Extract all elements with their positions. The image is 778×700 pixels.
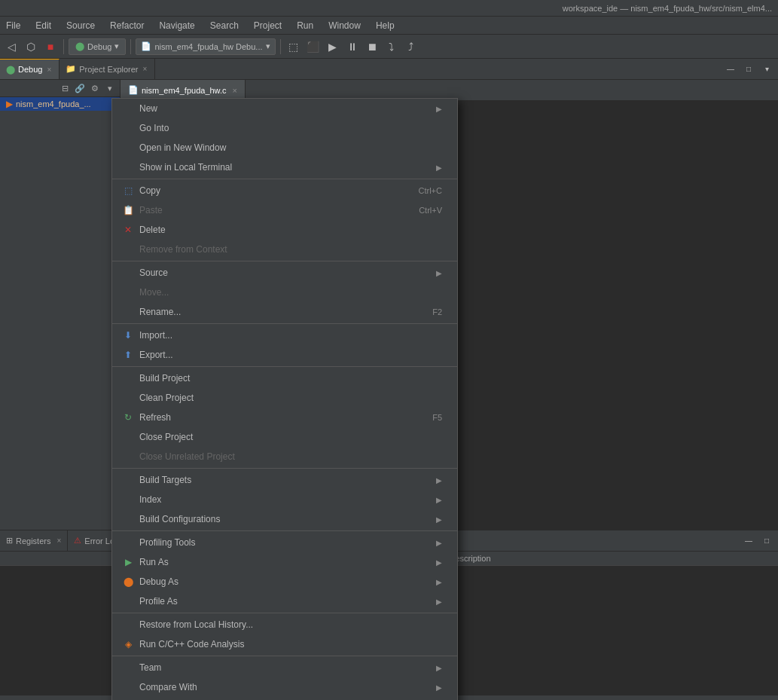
menu-edit[interactable]: Edit (32, 20, 54, 32)
ctx-debug-as[interactable]: ⬤ Debug As (112, 572, 457, 591)
tab-project-explorer[interactable]: 📁 Project Explorer × (59, 59, 155, 79)
ctx-go-into[interactable]: Go Into (112, 118, 457, 138)
panel-minimize-btn[interactable]: — (722, 61, 739, 78)
toolbar-icon-5[interactable]: ⏹ (364, 38, 380, 55)
ctx-sep-8 (112, 656, 457, 656)
ctx-profile-as[interactable]: Profile As (112, 591, 457, 611)
registers-close[interactable]: × (56, 536, 61, 545)
menu-help[interactable]: Help (373, 20, 398, 32)
bottom-minimize-btn[interactable]: — (740, 533, 757, 549)
tab-debug[interactable]: ⬤ Debug × (0, 59, 59, 79)
ctx-copy[interactable]: ⬚ Copy Ctrl+C (112, 181, 457, 200)
ctx-profiling-tools[interactable]: Profiling Tools (112, 533, 457, 552)
toolbar-icon-7[interactable]: ⤴ (403, 38, 420, 55)
ctx-clean-project[interactable]: Clean Project (112, 388, 457, 408)
debug-tab-close[interactable]: × (45, 66, 53, 74)
project-tab-icon: 📁 (66, 64, 76, 74)
toolbar-icon-4[interactable]: ⏸ (344, 38, 361, 55)
menu-navigate[interactable]: Navigate (156, 20, 197, 32)
pe-link-btn[interactable]: 🔗 (73, 81, 87, 95)
project-tab-close[interactable]: × (142, 65, 149, 73)
remove-context-icon (121, 243, 135, 256)
bottom-panel-controls: — □ (740, 530, 778, 551)
new-submenu-arrow (436, 105, 442, 113)
ctx-restore-history[interactable]: Restore from Local History... (112, 615, 457, 634)
toolbar-icon-2[interactable]: ⬛ (305, 38, 322, 55)
debug-tab-icon: ⬤ (6, 65, 15, 75)
ctx-validate[interactable]: ☑ Validate (112, 697, 457, 700)
ctx-show-local-terminal[interactable]: Show in Local Terminal (112, 157, 457, 177)
ctx-new[interactable]: New (112, 99, 457, 118)
ctx-export[interactable]: ⬆ Export... (112, 345, 457, 365)
compare-with-submenu-arrow (436, 683, 442, 692)
ctx-open-new-window[interactable]: Open in New Window (112, 138, 457, 157)
bottom-maximize-btn[interactable]: □ (758, 533, 775, 549)
ctx-delete-label: Delete (139, 225, 442, 235)
ctx-team[interactable]: Team (112, 658, 457, 677)
pe-settings-btn[interactable]: ⚙ (88, 81, 102, 95)
debug-config-dropdown[interactable]: ⬤ Debug ▾ (69, 38, 126, 55)
ctx-build-project[interactable]: Build Project (112, 368, 457, 388)
editor-tab-main[interactable]: 📄 nism_em4_fpuda_hw.c × (121, 80, 246, 100)
ctx-close-unrelated-label: Close Unrelated Project (139, 451, 442, 462)
run-as-icon: ▶ (121, 555, 135, 569)
ctx-build-targets[interactable]: Build Targets (112, 470, 457, 490)
ctx-build-project-label: Build Project (139, 373, 442, 384)
pe-menu-btn[interactable]: ▾ (103, 81, 117, 95)
bottom-tab-registers[interactable]: ⊞ Registers × (0, 530, 68, 551)
menu-file[interactable]: File (3, 20, 23, 32)
menu-project[interactable]: Project (251, 20, 285, 32)
ctx-delete[interactable]: ✕ Delete (112, 220, 457, 240)
ctx-close-project[interactable]: Close Project (112, 427, 457, 447)
project-tree-item[interactable]: ▶ nism_em4_fpuda_... (0, 97, 120, 111)
ctx-copy-label: Copy (139, 185, 404, 196)
file-dropdown-arrow: ▾ (266, 41, 270, 51)
panel-menu-btn[interactable]: ▾ (758, 61, 775, 78)
run-as-submenu-arrow (436, 558, 442, 567)
toolbar-stop-btn[interactable]: ■ (42, 38, 59, 55)
ctx-remove-context-label: Remove from Context (139, 244, 442, 255)
ctx-build-configurations[interactable]: Build Configurations (112, 509, 457, 529)
ctx-team-label: Team (139, 662, 436, 673)
close-project-icon (121, 430, 135, 444)
menu-source[interactable]: Source (63, 20, 98, 32)
toolbar-icon-3[interactable]: ▶ (325, 38, 341, 55)
file-icon: 📄 (141, 41, 151, 51)
ctx-rename[interactable]: Rename... F2 (112, 302, 457, 322)
menu-search[interactable]: Search (207, 20, 242, 32)
index-submenu-arrow (436, 496, 442, 504)
ctx-go-into-label: Go Into (139, 123, 442, 133)
pe-collapse-btn[interactable]: ⊟ (58, 81, 72, 95)
debug-dropdown-arrow: ▾ (114, 41, 119, 51)
panel-maximize-btn[interactable]: □ (740, 61, 757, 78)
ctx-run-as[interactable]: ▶ Run As (112, 552, 457, 572)
toolbar-icon-1[interactable]: ⬚ (285, 38, 302, 55)
menu-window[interactable]: Window (325, 20, 364, 32)
col-name (6, 554, 127, 563)
ctx-run-code-analysis[interactable]: ◈ Run C/C++ Code Analysis (112, 634, 457, 654)
toolbar-back-btn[interactable]: ◁ (3, 38, 20, 55)
toolbar-forward-btn[interactable]: ⬡ (23, 38, 39, 55)
ctx-run-as-label: Run As (139, 557, 436, 567)
ctx-source[interactable]: Source (112, 263, 457, 283)
ctx-import[interactable]: ⬇ Import... (112, 326, 457, 345)
delete-icon: ✕ (121, 223, 135, 237)
file-config-dropdown[interactable]: 📄 nism_em4_fpuda_hw Debu... ▾ (136, 38, 275, 55)
profiling-tools-submenu-arrow (436, 539, 442, 547)
open-new-window-icon (121, 141, 135, 154)
toolbar-icon-6[interactable]: ⤵ (383, 38, 400, 55)
ctx-rename-shortcut: F2 (432, 307, 442, 316)
ctx-refresh[interactable]: ↻ Refresh F5 (112, 408, 457, 427)
ctx-open-new-window-label: Open in New Window (139, 142, 442, 153)
editor-tab-close-btn[interactable]: × (233, 86, 237, 95)
menu-run[interactable]: Run (294, 20, 316, 32)
ctx-index[interactable]: Index (112, 490, 457, 509)
ctx-move-label: Move... (139, 287, 442, 298)
ctx-close-project-label: Close Project (139, 432, 442, 442)
ctx-close-unrelated: Close Unrelated Project (112, 447, 457, 466)
menu-refactor[interactable]: Refactor (107, 20, 147, 32)
ctx-paste: 📋 Paste Ctrl+V (112, 200, 457, 220)
new-icon (121, 102, 135, 115)
ctx-compare-with[interactable]: Compare With (112, 677, 457, 697)
refresh-icon: ↻ (121, 411, 135, 424)
